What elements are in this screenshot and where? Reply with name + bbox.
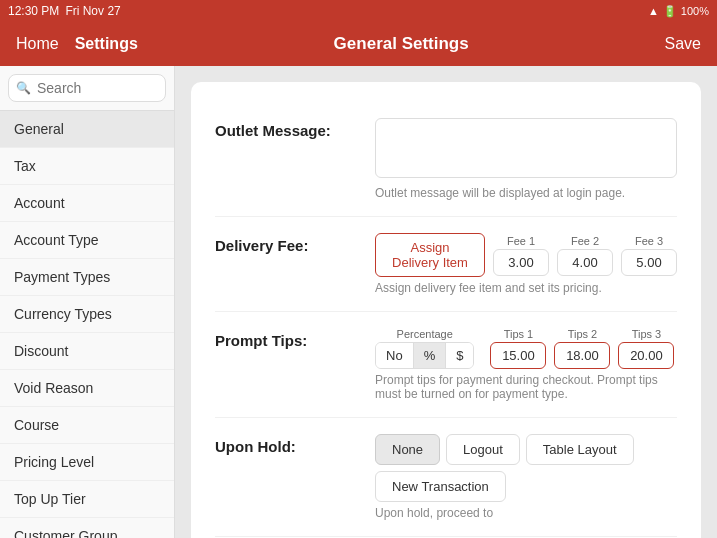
outlet-message-label: Outlet Message: <box>215 118 375 139</box>
fee2-input[interactable] <box>557 249 613 276</box>
upon-hold-options: None Logout Table Layout New Transaction <box>375 434 677 502</box>
sidebar-item-discount[interactable]: Discount <box>0 333 174 370</box>
percentage-label: Percentage <box>375 328 474 340</box>
nav-bar-left: Home Settings <box>16 35 138 53</box>
seg-percent-btn[interactable]: % <box>414 343 447 368</box>
sidebar-item-tax[interactable]: Tax <box>0 148 174 185</box>
tip1-input[interactable] <box>490 342 546 369</box>
sidebar-item-currency-types[interactable]: Currency Types <box>0 296 174 333</box>
search-input[interactable] <box>8 74 166 102</box>
content-card: Outlet Message: Outlet message will be d… <box>191 82 701 538</box>
upon-hold-label: Upon Hold: <box>215 434 375 455</box>
battery-icon: 🔋 <box>663 5 677 18</box>
prompt-tips-hint: Prompt tips for payment during checkout.… <box>375 373 677 401</box>
sidebar-item-general[interactable]: General <box>0 111 174 148</box>
battery-label: 100% <box>681 5 709 17</box>
wifi-icon: ▲ <box>648 5 659 17</box>
upon-hold-none-btn[interactable]: None <box>375 434 440 465</box>
tip1-group: Tips 1 <box>490 328 546 369</box>
delivery-fee-hint: Assign delivery fee item and set its pri… <box>375 281 677 295</box>
sidebar-item-account-type[interactable]: Account Type <box>0 222 174 259</box>
tip2-group: Tips 2 <box>554 328 610 369</box>
search-icon: 🔍 <box>16 81 31 95</box>
tips-controls: Percentage No % $ Tips 1 <box>375 328 677 369</box>
tips-inputs: Tips 1 Tips 2 Tips 3 <box>490 328 674 369</box>
upon-hold-logout-btn[interactable]: Logout <box>446 434 520 465</box>
prompt-tips-label: Prompt Tips: <box>215 328 375 349</box>
upon-hold-row: Upon Hold: None Logout Table Layout New … <box>215 418 677 537</box>
fee3-input[interactable] <box>621 249 677 276</box>
seg-dollar-btn[interactable]: $ <box>446 343 473 368</box>
prompt-tips-row: Prompt Tips: Percentage No % $ <box>215 312 677 418</box>
tip2-label: Tips 2 <box>568 328 598 340</box>
outlet-message-hint: Outlet message will be displayed at logi… <box>375 186 677 200</box>
percentage-group: Percentage No % $ <box>375 328 474 369</box>
sidebar-item-account[interactable]: Account <box>0 185 174 222</box>
nav-bar: Home Settings General Settings Save <box>0 22 717 66</box>
fee1-label: Fee 1 <box>507 235 535 247</box>
fee2-group: Fee 2 <box>557 235 613 276</box>
sidebar: 🔍 General Tax Account Account Type Payme… <box>0 66 175 538</box>
nav-title: General Settings <box>334 34 469 54</box>
sidebar-item-top-up-tier[interactable]: Top Up Tier <box>0 481 174 518</box>
sidebar-item-customer-group[interactable]: Customer Group <box>0 518 174 538</box>
fee3-label: Fee 3 <box>635 235 663 247</box>
sidebar-search-container: 🔍 <box>0 66 174 111</box>
outlet-message-row: Outlet Message: Outlet message will be d… <box>215 102 677 217</box>
status-bar-right: ▲ 🔋 100% <box>648 5 709 18</box>
outlet-message-input[interactable] <box>375 118 677 178</box>
status-bar: 12:30 PM Fri Nov 27 ▲ 🔋 100% <box>0 0 717 22</box>
upon-hold-hint: Upon hold, proceed to <box>375 506 677 520</box>
tip2-input[interactable] <box>554 342 610 369</box>
sidebar-item-void-reason[interactable]: Void Reason <box>0 370 174 407</box>
sidebar-item-pricing-level[interactable]: Pricing Level <box>0 444 174 481</box>
fee1-input[interactable] <box>493 249 549 276</box>
search-wrapper: 🔍 <box>8 74 166 102</box>
tip3-group: Tips 3 <box>618 328 674 369</box>
upon-hold-content: None Logout Table Layout New Transaction… <box>375 434 677 520</box>
status-time: 12:30 PM <box>8 4 59 18</box>
delivery-fee-row: Delivery Fee: Assign Delivery Item Fee 1… <box>215 217 677 312</box>
fee1-group: Fee 1 <box>493 235 549 276</box>
status-bar-left: 12:30 PM Fri Nov 27 <box>8 4 121 18</box>
fee2-label: Fee 2 <box>571 235 599 247</box>
seg-no-btn[interactable]: No <box>376 343 414 368</box>
fee3-group: Fee 3 <box>621 235 677 276</box>
tips-segmented-control: No % $ <box>375 342 474 369</box>
delivery-fee-controls: Assign Delivery Item Fee 1 Fee 2 <box>375 233 677 277</box>
prompt-tips-content: Percentage No % $ Tips 1 <box>375 328 677 401</box>
main-layout: 🔍 General Tax Account Account Type Payme… <box>0 66 717 538</box>
fee-group: Fee 1 Fee 2 Fee 3 <box>493 235 677 276</box>
sidebar-item-payment-types[interactable]: Payment Types <box>0 259 174 296</box>
delivery-fee-label: Delivery Fee: <box>215 233 375 254</box>
nav-home-button[interactable]: Home <box>16 35 59 53</box>
content-area: Outlet Message: Outlet message will be d… <box>175 66 717 538</box>
tip1-label: Tips 1 <box>504 328 534 340</box>
nav-settings-button[interactable]: Settings <box>75 35 138 53</box>
outlet-message-content: Outlet message will be displayed at logi… <box>375 118 677 200</box>
tip3-label: Tips 3 <box>632 328 662 340</box>
sidebar-item-course[interactable]: Course <box>0 407 174 444</box>
assign-delivery-btn[interactable]: Assign Delivery Item <box>375 233 485 277</box>
delivery-fee-content: Assign Delivery Item Fee 1 Fee 2 <box>375 233 677 295</box>
tip3-input[interactable] <box>618 342 674 369</box>
status-date: Fri Nov 27 <box>65 4 120 18</box>
upon-hold-new-transaction-btn[interactable]: New Transaction <box>375 471 506 502</box>
upon-hold-table-layout-btn[interactable]: Table Layout <box>526 434 634 465</box>
save-button[interactable]: Save <box>665 35 701 53</box>
